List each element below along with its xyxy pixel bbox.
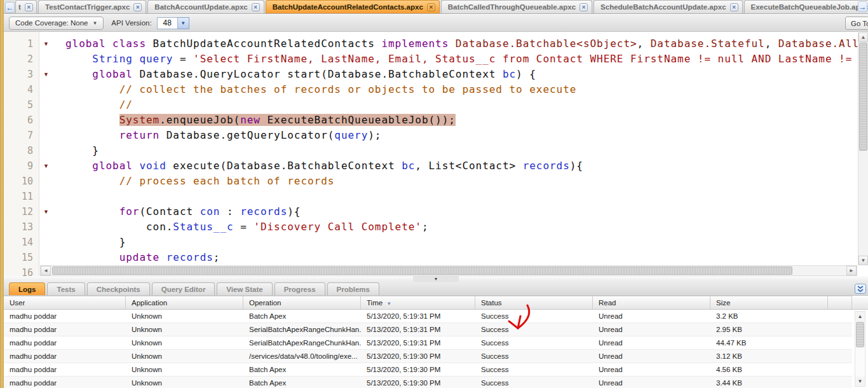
- log-header-cell-time[interactable]: Time▼: [361, 296, 475, 310]
- bottom-tab-view-state[interactable]: View State: [217, 282, 272, 295]
- log-header-cell-application[interactable]: Application: [126, 296, 243, 310]
- collapse-panel-button[interactable]: [855, 284, 866, 294]
- log-vscrollbar[interactable]: ▲ ▼: [855, 311, 865, 387]
- code-line[interactable]: 9▼ global void execute(Database.Batchabl…: [4, 158, 868, 174]
- code-line[interactable]: 1▼global class BatchUpdateAccountRelated…: [4, 36, 868, 52]
- editor-tab[interactable]: ScheduleBatchAccountUpdate.apxc✕: [593, 0, 742, 13]
- code-line[interactable]: 12▼ for(Contact con : records){: [4, 204, 868, 219]
- fold-arrow-icon[interactable]: ▼: [43, 204, 52, 219]
- code-token: execute(Database.BatchableContext: [166, 160, 402, 172]
- bottom-tab-logs[interactable]: Logs: [9, 282, 45, 295]
- tab-scroll-left-button[interactable]: ←: [5, 2, 15, 13]
- editor-tab[interactable]: t✕: [15, 0, 37, 13]
- editor-tab[interactable]: ExecuteBatchQueueableJob.apxc✕: [744, 0, 868, 13]
- editor-tab[interactable]: BatchCalledThroughQueueable.apxc✕: [441, 0, 592, 13]
- tab-close-icon[interactable]: ✕: [730, 3, 738, 11]
- code-token: Database.Stateful: [651, 38, 765, 50]
- code-line[interactable]: 14 }: [4, 235, 868, 250]
- scroll-down-arrow-icon[interactable]: ▼: [855, 377, 865, 386]
- tab-close-icon[interactable]: ✕: [133, 3, 142, 11]
- tab-close-icon[interactable]: ✕: [25, 3, 33, 11]
- scroll-left-arrow-icon[interactable]: ◄: [41, 266, 51, 275]
- log-cell-read: Unread: [593, 336, 710, 349]
- vscrollbar-thumb[interactable]: [859, 43, 867, 151]
- log-table-header: UserApplicationOperationTime▼StatusReadS…: [4, 296, 852, 310]
- log-header-cell-status[interactable]: Status: [475, 296, 593, 310]
- bottom-tab-problems[interactable]: Problems: [327, 282, 379, 295]
- log-header-cell-operation[interactable]: Operation: [243, 296, 361, 310]
- log-row[interactable]: madhu poddarUnknownBatch Apex5/13/2020, …: [4, 377, 852, 388]
- code-line[interactable]: 15 update records;: [4, 250, 868, 265]
- fold-arrow-icon[interactable]: ▼: [43, 67, 52, 82]
- code-coverage-dropdown[interactable]: Code Coverage: None ▼: [9, 17, 104, 30]
- editor-hscrollbar[interactable]: ◄ ►: [40, 265, 857, 276]
- log-row[interactable]: madhu poddarUnknownBatch Apex5/13/2020, …: [4, 310, 852, 323]
- splitter-collapse-handle[interactable]: ▼: [413, 276, 459, 282]
- log-cell-status: Success: [475, 363, 593, 376]
- scroll-up-arrow-icon[interactable]: ▲: [858, 32, 868, 42]
- code-token: Database.All: [778, 38, 859, 50]
- log-row[interactable]: madhu poddarUnknownSerialBatchApexRangeC…: [4, 323, 852, 336]
- code-line[interactable]: 4 // collect the batches of records or o…: [4, 82, 868, 97]
- hscrollbar-thumb[interactable]: [52, 267, 792, 275]
- code-editor[interactable]: 1▼global class BatchUpdateAccountRelated…: [4, 32, 868, 276]
- fold-arrow-icon[interactable]: ▼: [43, 36, 52, 52]
- panel-splitter[interactable]: ▼: [4, 276, 868, 282]
- bottom-tab-query-editor[interactable]: Query Editor: [152, 282, 215, 295]
- tab-close-icon[interactable]: ✕: [580, 3, 588, 11]
- editor-tab-bar: ← t✕TestContactTrigger.apxc✕BatchAccount…: [4, 0, 868, 14]
- highlighted-statement: System.enqueueJob(new ExecuteBatchQueuea…: [119, 114, 456, 126]
- bottom-tab-tests[interactable]: Tests: [47, 282, 85, 295]
- editor-tab-label: ScheduleBatchAccountUpdate.apxc: [600, 3, 726, 11]
- editor-tab-label: BatchUpdateAccountRelatedContacts.apxc: [273, 3, 423, 11]
- tab-close-icon[interactable]: ✕: [252, 3, 260, 11]
- log-header-cell-size[interactable]: Size: [710, 296, 828, 310]
- code-token: records: [166, 251, 214, 263]
- code-line[interactable]: 11: [4, 189, 868, 204]
- editor-tab-label: t: [18, 3, 21, 11]
- log-vscrollbar-thumb[interactable]: [856, 322, 864, 347]
- editor-tab[interactable]: BatchAccountUpdate.apxc✕: [147, 0, 264, 13]
- code-line[interactable]: 7 return Database.getQueryLocator(query)…: [4, 128, 868, 143]
- editor-tab[interactable]: BatchUpdateAccountRelatedContacts.apxc✕: [266, 0, 440, 13]
- api-version-combobox[interactable]: 48 ▼: [157, 17, 189, 29]
- log-row[interactable]: madhu poddarUnknownBatch Apex5/13/2020, …: [4, 363, 852, 377]
- log-header-cell-spacer[interactable]: [828, 296, 852, 310]
- log-cell-status: Success: [475, 323, 593, 336]
- code-token: =: [173, 53, 193, 65]
- log-header-cell-user[interactable]: User: [4, 296, 126, 310]
- log-header-label: Read: [599, 299, 616, 307]
- editor-tab[interactable]: TestContactTrigger.apxc✕: [38, 0, 146, 13]
- code-line[interactable]: 8 }: [4, 143, 868, 158]
- log-header-label: Operation: [249, 299, 281, 307]
- scroll-down-arrow-icon[interactable]: ▼: [858, 256, 868, 265]
- code-line[interactable]: 5 //: [4, 97, 868, 113]
- line-number: 15: [4, 250, 33, 265]
- code-token: records: [240, 205, 287, 218]
- code-line[interactable]: 10 // process each batch of records: [4, 174, 868, 189]
- tab-close-icon[interactable]: ✕: [427, 3, 435, 11]
- code-token: [65, 99, 119, 111]
- log-row[interactable]: madhu poddarUnknownSerialBatchApexRangeC…: [4, 336, 852, 350]
- developer-console-window: { "tabbar": { "back_arrow": "←", "forwar…: [0, 0, 868, 388]
- scroll-right-arrow-icon[interactable]: ►: [846, 266, 857, 275]
- code-token: }: [65, 236, 126, 248]
- log-cell-application: Unknown: [126, 363, 243, 376]
- bottom-tab-checkpoints[interactable]: Checkpoints: [87, 282, 150, 295]
- line-number: 16: [4, 265, 33, 276]
- log-row[interactable]: madhu poddarUnknown/services/data/v48.0/…: [4, 350, 852, 363]
- combo-trigger-button[interactable]: ▼: [178, 17, 189, 29]
- editor-vscrollbar[interactable]: ▲ ▼: [858, 32, 868, 265]
- code-line[interactable]: 3▼ global Database.QueryLocator start(Da…: [4, 67, 868, 82]
- code-line[interactable]: 2 String query = 'Select FirstName, Last…: [4, 52, 868, 67]
- log-header-cell-read[interactable]: Read: [593, 296, 710, 310]
- code-line[interactable]: 6 System.enqueueJob(new ExecuteBatchQueu…: [4, 113, 868, 128]
- goto-button[interactable]: Go To: [845, 17, 868, 30]
- code-token: ;: [214, 251, 220, 263]
- tab-scroll-right-button[interactable]: →: [858, 1, 867, 12]
- fold-arrow-icon[interactable]: ▼: [43, 158, 52, 174]
- code-line[interactable]: 13 con.Status__c = 'Discovery Call Compl…: [4, 219, 868, 235]
- scroll-up-arrow-icon[interactable]: ▲: [855, 312, 865, 321]
- bottom-tab-progress[interactable]: Progress: [275, 282, 325, 295]
- log-cell-operation: SerialBatchApexRangeChunkHan...: [243, 336, 361, 349]
